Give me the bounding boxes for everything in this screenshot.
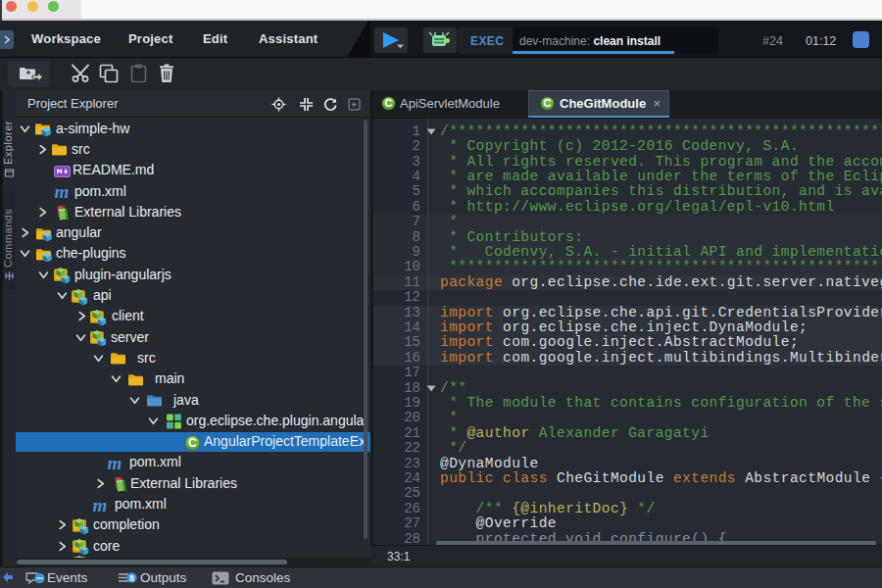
svg-text:8: 8 [129,573,134,583]
